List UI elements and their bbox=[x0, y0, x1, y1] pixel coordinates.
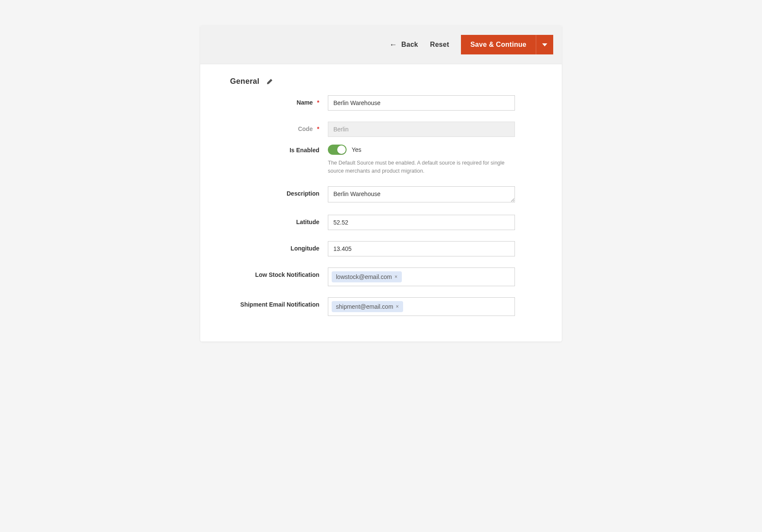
label-low-stock-text: Low Stock Notification bbox=[255, 271, 319, 278]
label-longitude-text: Longitude bbox=[290, 245, 319, 252]
shipment-email-tag-input[interactable]: shipment@email.com × bbox=[328, 297, 515, 316]
toolbar: ← Back Reset Save & Continue bbox=[200, 26, 562, 64]
arrow-left-icon: ← bbox=[390, 41, 397, 48]
name-input[interactable] bbox=[328, 95, 515, 111]
description-textarea[interactable] bbox=[328, 186, 515, 202]
low-stock-tag-text: lowstock@email.com bbox=[336, 273, 392, 280]
longitude-input[interactable] bbox=[328, 241, 515, 256]
row-code: Code * bbox=[230, 122, 532, 137]
row-latitude: Latitude bbox=[230, 215, 532, 230]
required-asterisk: * bbox=[317, 99, 319, 106]
save-dropdown-button[interactable] bbox=[536, 35, 553, 54]
row-longitude: Longitude bbox=[230, 241, 532, 256]
label-description: Description bbox=[230, 186, 328, 197]
remove-tag-icon[interactable]: × bbox=[396, 304, 399, 310]
label-shipment-email-text: Shipment Email Notification bbox=[240, 301, 319, 308]
low-stock-tag: lowstock@email.com × bbox=[332, 271, 402, 282]
section-general: General Name * Code * bbox=[200, 64, 562, 324]
label-latitude-text: Latitude bbox=[296, 219, 319, 225]
label-longitude: Longitude bbox=[230, 241, 328, 252]
shipment-email-tag: shipment@email.com × bbox=[332, 301, 403, 312]
row-shipment-email: Shipment Email Notification shipment@ema… bbox=[230, 297, 532, 316]
back-button[interactable]: ← Back bbox=[390, 41, 418, 48]
label-code: Code * bbox=[230, 122, 328, 132]
latitude-input[interactable] bbox=[328, 215, 515, 230]
label-latitude: Latitude bbox=[230, 215, 328, 225]
toggle-wrap: Yes bbox=[328, 143, 515, 155]
row-low-stock: Low Stock Notification lowstock@email.co… bbox=[230, 267, 532, 286]
label-name: Name * bbox=[230, 95, 328, 106]
low-stock-tag-input[interactable]: lowstock@email.com × bbox=[328, 267, 515, 286]
row-name: Name * bbox=[230, 95, 532, 111]
page-card: ← Back Reset Save & Continue General Nam… bbox=[200, 26, 562, 341]
save-continue-label: Save & Continue bbox=[470, 41, 526, 48]
label-low-stock: Low Stock Notification bbox=[230, 267, 328, 278]
label-is-enabled-text: Is Enabled bbox=[290, 147, 319, 154]
row-description: Description bbox=[230, 186, 532, 204]
remove-tag-icon[interactable]: × bbox=[395, 274, 398, 280]
row-is-enabled: Is Enabled Yes The Default Source must b… bbox=[230, 143, 532, 175]
caret-down-icon bbox=[542, 43, 547, 46]
reset-button[interactable]: Reset bbox=[430, 41, 449, 48]
toggle-value-label: Yes bbox=[352, 146, 361, 153]
required-asterisk: * bbox=[317, 125, 319, 132]
label-shipment-email: Shipment Email Notification bbox=[230, 297, 328, 308]
section-title-row: General bbox=[230, 77, 532, 86]
reset-button-label: Reset bbox=[430, 41, 449, 48]
section-title: General bbox=[230, 77, 259, 86]
label-code-text: Code bbox=[298, 125, 313, 132]
is-enabled-toggle[interactable] bbox=[328, 145, 347, 155]
pencil-icon[interactable] bbox=[266, 78, 273, 85]
label-is-enabled: Is Enabled bbox=[230, 143, 328, 154]
label-name-text: Name bbox=[297, 99, 313, 106]
shipment-email-tag-text: shipment@email.com bbox=[336, 303, 393, 310]
save-continue-button[interactable]: Save & Continue bbox=[461, 35, 536, 54]
save-button-group: Save & Continue bbox=[461, 35, 553, 54]
code-input bbox=[328, 122, 515, 137]
back-button-label: Back bbox=[401, 41, 418, 48]
toggle-knob bbox=[337, 145, 346, 154]
is-enabled-help: The Default Source must be enabled. A de… bbox=[328, 159, 515, 175]
label-description-text: Description bbox=[287, 190, 319, 197]
